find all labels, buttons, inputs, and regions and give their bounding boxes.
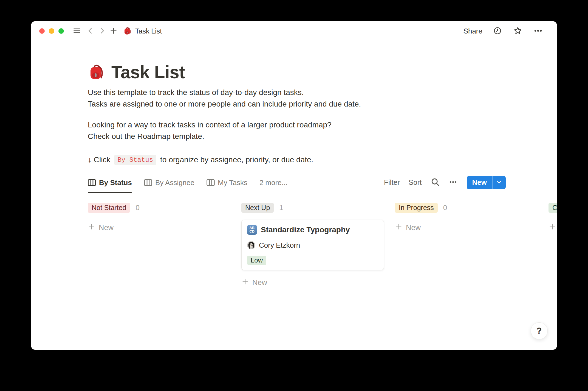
column-count: 0: [443, 203, 447, 212]
add-card-button[interactable]: New: [395, 223, 421, 233]
share-button[interactable]: Share: [463, 27, 482, 35]
card-title[interactable]: Standardize Typography: [261, 225, 350, 234]
new-dropdown-button[interactable]: [492, 176, 506, 189]
ellipsis-icon: [449, 178, 457, 187]
tab-label: By Status: [99, 178, 132, 187]
column-header[interactable]: Next Up 1: [241, 203, 384, 213]
window-controls: [39, 28, 64, 34]
add-card-label: New: [99, 224, 114, 232]
notion-window: Task List Share: [31, 21, 557, 350]
assignee-name: Cory Etzkorn: [259, 241, 300, 250]
chevron-down-icon: [496, 178, 503, 186]
status-badge[interactable]: Complete: [549, 203, 557, 213]
task-card[interactable]: AB CD Standardize Typography: [241, 220, 384, 270]
status-badge[interactable]: Not Started: [88, 203, 130, 213]
page-content: Task List Use this template to track the…: [31, 62, 506, 193]
kanban-board: Not Started 0 New Next Up 1 AB CD: [31, 203, 557, 287]
callout-line[interactable]: ↓ Click By Status to organize by assigne…: [88, 155, 506, 165]
description-line: Use this template to track the status of…: [88, 87, 506, 98]
view-tabs: By Status By Assignee My Tasks 2 more...: [88, 178, 287, 193]
board-view-icon: [207, 179, 215, 186]
page-header: Task List: [88, 62, 506, 83]
description-line: Check out the Roadmap template.: [88, 131, 506, 142]
add-card-button[interactable]: New: [241, 278, 267, 287]
callout-prefix: ↓ Click: [88, 155, 110, 164]
add-card-label: New: [252, 278, 267, 287]
clock-icon: [493, 26, 502, 36]
hamburger-icon: [73, 27, 81, 36]
status-badge[interactable]: Next Up: [241, 203, 274, 213]
tab-label: My Tasks: [218, 178, 247, 187]
board-column-in-progress: In Progress 0 New: [395, 203, 538, 287]
description-line: Tasks are assigned to one or more people…: [88, 98, 506, 110]
ellipsis-icon: [534, 26, 542, 36]
avatar: [247, 241, 255, 249]
column-header[interactable]: In Progress 0: [395, 203, 538, 213]
card-priority-row: Low: [247, 256, 378, 265]
sort-button[interactable]: Sort: [409, 178, 422, 187]
help-button[interactable]: ?: [531, 322, 548, 339]
chevron-right-icon: [98, 27, 106, 36]
minimize-button[interactable]: [49, 28, 54, 34]
plus-icon: [241, 278, 249, 287]
abcd-icon-top: AB: [249, 226, 255, 230]
board-view-icon: [88, 179, 96, 186]
tab-label: By Assignee: [155, 178, 194, 187]
description-paragraph[interactable]: Use this template to track the status of…: [88, 87, 506, 110]
close-button[interactable]: [39, 28, 45, 34]
inline-code-by-status: By Status: [114, 155, 156, 165]
status-badge[interactable]: In Progress: [395, 203, 438, 213]
abcd-input-icon: AB CD: [247, 225, 257, 235]
board-column-not-started: Not Started 0 New: [88, 203, 230, 287]
window-title: Task List: [135, 27, 162, 35]
priority-badge: Low: [247, 256, 266, 265]
tab-more-views[interactable]: 2 more...: [259, 178, 288, 193]
card-assignee-row: Cory Etzkorn: [247, 241, 378, 250]
more-options-button[interactable]: [533, 26, 543, 36]
tab-label: 2 more...: [259, 178, 288, 187]
description-paragraph[interactable]: Looking for a way to track tasks in cont…: [88, 119, 506, 142]
view-bar: By Status By Assignee My Tasks 2 more...: [88, 176, 506, 193]
search-button[interactable]: [431, 177, 440, 188]
new-button[interactable]: New: [467, 176, 492, 189]
view-toolbar: Filter Sort New: [384, 176, 506, 193]
chevron-left-icon: [86, 27, 95, 36]
question-mark-icon: ?: [537, 326, 542, 336]
updates-button[interactable]: [492, 26, 503, 36]
back-button[interactable]: [85, 26, 96, 36]
backpack-icon: [123, 27, 132, 35]
board-column-complete: Complete New: [549, 203, 557, 287]
new-button-group: New: [467, 176, 506, 189]
view-options-button[interactable]: [449, 178, 457, 187]
add-card-label: New: [406, 224, 421, 232]
card-title-row: AB CD Standardize Typography: [247, 225, 378, 235]
star-icon: [513, 26, 522, 36]
search-icon: [431, 177, 440, 188]
board-view-icon: [144, 179, 152, 186]
favorite-button[interactable]: [513, 26, 523, 36]
column-header[interactable]: Not Started 0: [88, 203, 230, 213]
window-titlebar: Task List Share: [31, 21, 557, 41]
titlebar-actions: Share: [463, 26, 543, 36]
add-card-button[interactable]: New: [88, 223, 114, 233]
callout-suffix: to organize by assignee, priority, or du…: [160, 155, 313, 164]
column-count: 0: [135, 203, 139, 212]
plus-icon: [549, 223, 556, 233]
filter-button[interactable]: Filter: [384, 178, 400, 187]
column-header[interactable]: Complete: [549, 203, 557, 213]
backpack-icon[interactable]: [88, 63, 105, 81]
forward-button[interactable]: [97, 26, 107, 36]
page-title[interactable]: Task List: [111, 62, 185, 83]
sidebar-toggle-button[interactable]: [72, 26, 82, 36]
tab-my-tasks[interactable]: My Tasks: [207, 178, 247, 193]
new-tab-button[interactable]: [108, 26, 119, 36]
tab-by-status[interactable]: By Status: [88, 178, 132, 193]
column-count: 1: [279, 203, 283, 212]
board-column-next-up: Next Up 1 AB CD Standardize Typography: [241, 203, 384, 287]
zoom-button[interactable]: [58, 28, 64, 34]
add-card-button[interactable]: New: [549, 223, 557, 233]
description-line: Looking for a way to track tasks in cont…: [88, 119, 506, 131]
plus-icon: [109, 27, 118, 36]
plus-icon: [395, 223, 403, 233]
tab-by-assignee[interactable]: By Assignee: [144, 178, 194, 193]
